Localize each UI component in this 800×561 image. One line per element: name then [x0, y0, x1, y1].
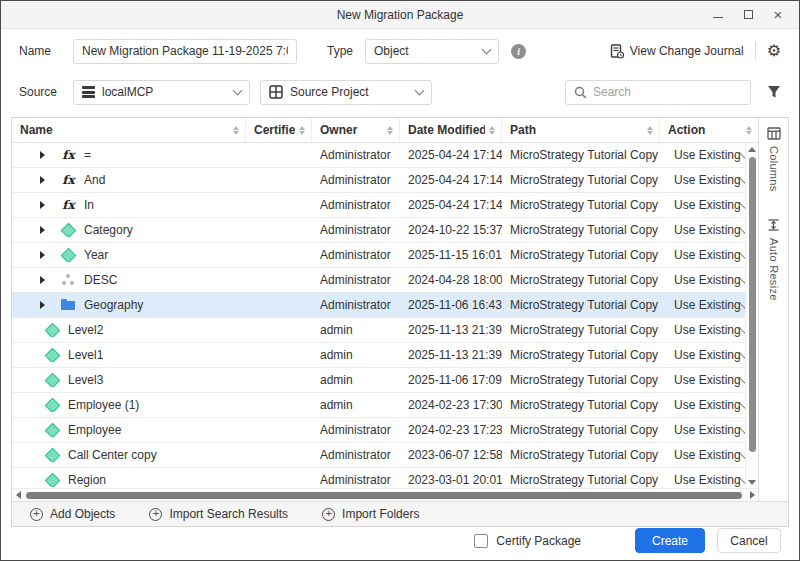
dialog-title: New Migration Package — [1, 8, 799, 22]
table-row[interactable]: Level3 admin 2025-11-06 17:09:27 MicroSt… — [12, 368, 745, 393]
expand-arrow-icon[interactable] — [40, 301, 60, 309]
table-row[interactable]: In Administrator 2025-04-24 17:14:27 Mic… — [12, 193, 745, 218]
column-header-path[interactable]: Path — [502, 118, 660, 142]
import-search-results-button[interactable]: + Import Search Results — [149, 507, 288, 521]
horizontal-scroll-thumb[interactable] — [26, 492, 742, 499]
action-dropdown[interactable]: Use Existing — [660, 398, 745, 412]
action-dropdown[interactable]: Use Existing — [660, 298, 745, 312]
add-objects-button[interactable]: + Add Objects — [30, 507, 115, 521]
columns-tab[interactable]: Columns — [767, 127, 781, 192]
sort-icon[interactable] — [746, 126, 752, 135]
table-row[interactable]: Category Administrator 2024-10-22 15:37:… — [12, 218, 745, 243]
project-dropdown[interactable]: Source Project — [260, 80, 432, 105]
action-value: Use Existing — [668, 473, 741, 487]
type-dropdown[interactable]: Object — [365, 39, 499, 64]
table-row[interactable]: DESC Administrator 2024-04-28 18:00:39 M… — [12, 268, 745, 293]
sort-icon[interactable] — [387, 126, 393, 135]
search-box[interactable] — [565, 80, 751, 105]
certify-package-checkbox[interactable] — [474, 534, 488, 548]
action-dropdown[interactable]: Use Existing — [660, 148, 745, 162]
column-header-date-modified[interactable]: Date Modified — [400, 118, 502, 142]
type-label: Type — [327, 44, 353, 58]
auto-resize-tab[interactable]: Auto Resize — [767, 218, 780, 301]
column-header-name[interactable]: Name — [12, 118, 246, 142]
gear-icon[interactable]: ⚙ — [767, 43, 781, 59]
action-dropdown[interactable]: Use Existing — [660, 448, 745, 462]
expand-arrow-icon[interactable] — [40, 226, 60, 234]
action-dropdown[interactable]: Use Existing — [660, 248, 745, 262]
path-cell: MicroStrategy Tutorial Copy / Sc... — [502, 148, 660, 162]
environment-dropdown[interactable]: localMCP — [73, 80, 250, 105]
column-header-certified[interactable]: Certified — [246, 118, 312, 142]
table-row[interactable]: = Administrator 2025-04-24 17:14:27 Micr… — [12, 143, 745, 168]
action-dropdown[interactable]: Use Existing — [660, 348, 745, 362]
view-change-journal-link[interactable]: View Change Journal — [610, 44, 744, 59]
columns-icon — [767, 127, 781, 140]
action-dropdown[interactable]: Use Existing — [660, 323, 745, 337]
column-header-owner[interactable]: Owner — [312, 118, 400, 142]
path-cell: MicroStrategy Tutorial Copy / Sc... — [502, 298, 660, 312]
sort-icon[interactable] — [489, 126, 495, 135]
table-row[interactable]: Year Administrator 2025-11-15 16:01:52 M… — [12, 243, 745, 268]
attribute-icon — [44, 473, 61, 487]
object-name: Level3 — [68, 373, 103, 387]
columns-tab-label: Columns — [768, 146, 780, 192]
expand-arrow-icon[interactable] — [40, 176, 60, 184]
owner-cell: Administrator — [312, 298, 400, 312]
create-button[interactable]: Create — [635, 528, 705, 553]
sort-icon[interactable] — [299, 126, 305, 135]
table-row[interactable]: Geography Administrator 2025-11-06 16:43… — [12, 293, 745, 318]
close-button[interactable]: × — [771, 8, 785, 22]
scroll-down-arrow[interactable] — [746, 476, 758, 488]
expand-arrow-icon[interactable] — [40, 201, 60, 209]
path-cell: MicroStrategy Tutorial Copy / Sc... — [502, 198, 660, 212]
maximize-button[interactable] — [741, 8, 755, 22]
owner-cell: Administrator — [312, 223, 400, 237]
table-row[interactable]: Employee (1) admin 2024-02-23 17:30:47 M… — [12, 393, 745, 418]
attribute-icon — [60, 223, 77, 237]
table-row[interactable]: Employee Administrator 2024-02-23 17:23:… — [12, 418, 745, 443]
new-migration-package-dialog: New Migration Package × Name Type Object… — [0, 0, 800, 561]
package-name-input[interactable] — [73, 39, 297, 64]
action-dropdown[interactable]: Use Existing — [660, 198, 745, 212]
chevron-down-icon — [482, 45, 492, 55]
minimize-button[interactable] — [711, 8, 725, 22]
column-header-action[interactable]: Action — [660, 118, 758, 142]
cancel-button[interactable]: Cancel — [717, 528, 781, 553]
scroll-right-arrow[interactable] — [746, 489, 758, 501]
sort-icon[interactable] — [647, 126, 653, 135]
info-icon[interactable]: i — [511, 44, 526, 59]
action-dropdown[interactable]: Use Existing — [660, 173, 745, 187]
vertical-scrollbar[interactable] — [745, 143, 758, 488]
expand-arrow-icon[interactable] — [40, 276, 60, 284]
table-row[interactable]: And Administrator 2025-04-24 17:14:27 Mi… — [12, 168, 745, 193]
owner-cell: admin — [312, 398, 400, 412]
action-dropdown[interactable]: Use Existing — [660, 223, 745, 237]
action-dropdown[interactable]: Use Existing — [660, 273, 745, 287]
table-row[interactable]: Region Administrator 2023-03-01 20:01:06… — [12, 468, 745, 488]
attribute-icon — [44, 423, 61, 437]
horizontal-scrollbar[interactable] — [12, 488, 758, 501]
attribute-icon — [44, 348, 61, 362]
expand-arrow-icon[interactable] — [40, 151, 60, 159]
action-dropdown[interactable]: Use Existing — [660, 473, 745, 487]
filter-icon[interactable] — [767, 85, 781, 99]
sort-icon[interactable] — [233, 126, 239, 135]
action-dropdown[interactable]: Use Existing — [660, 373, 745, 387]
table-row[interactable]: Level2 admin 2025-11-13 21:39:30 MicroSt… — [12, 318, 745, 343]
action-dropdown[interactable]: Use Existing — [660, 423, 745, 437]
object-name: Employee — [68, 423, 121, 437]
certify-package-label: Certify Package — [496, 534, 581, 548]
import-folders-button[interactable]: + Import Folders — [322, 507, 419, 521]
expand-arrow-icon[interactable] — [40, 251, 60, 259]
vertical-scroll-thumb[interactable] — [749, 157, 756, 452]
change-journal-icon — [610, 44, 624, 59]
table-row[interactable]: Call Center copy Administrator 2023-06-0… — [12, 443, 745, 468]
object-name: Category — [84, 223, 133, 237]
server-icon — [82, 86, 95, 98]
scroll-left-arrow[interactable] — [12, 489, 24, 501]
table-row[interactable]: Level1 admin 2025-11-13 21:39:14 MicroSt… — [12, 343, 745, 368]
date-modified-cell: 2023-06-07 12:58:28 — [400, 448, 502, 462]
search-input[interactable] — [593, 85, 742, 99]
scroll-up-arrow[interactable] — [746, 143, 758, 155]
